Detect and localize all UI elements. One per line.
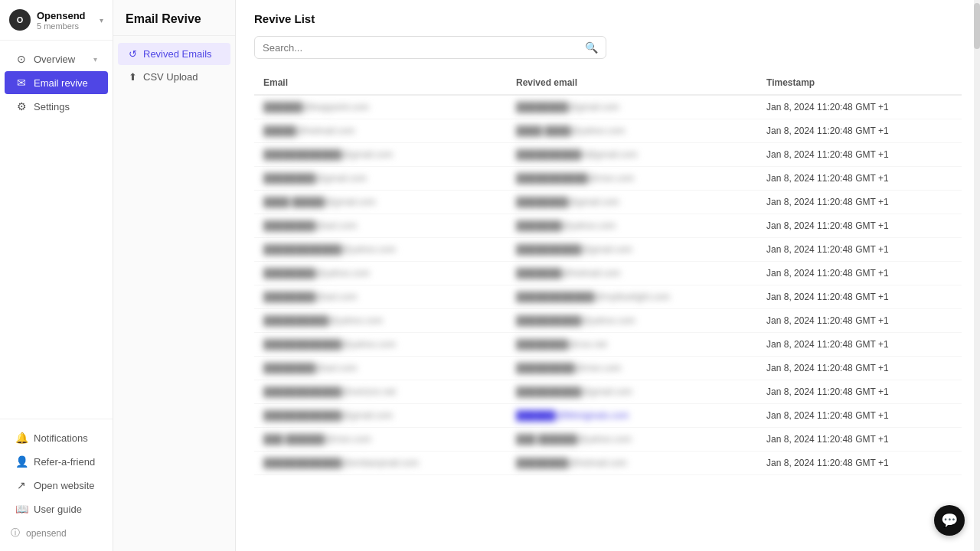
revived-email-cell: ████████████@mybluelight.com [507, 285, 757, 309]
email-cell: ████████████@verizon.net [254, 380, 507, 404]
user-guide-icon: 📖 [15, 503, 28, 515]
email-cell: ██████@leappoint.com [254, 95, 507, 119]
email-cell: ████ █████@gmail.com [254, 191, 507, 214]
table-row: ████████@aol.com█████████@msn.comJan 8, … [254, 357, 962, 380]
revived-email-value: ██████████@gmail.com [516, 386, 632, 397]
email-value: ████████████@yahoo.com [263, 244, 396, 255]
email-cell: ████████@gmail.com [254, 167, 507, 191]
revived-emails-icon: ↺ [129, 48, 137, 60]
revived-email-cell: ████████@hotmail.com [507, 452, 757, 475]
email-value: ████████████@verizon.net [263, 386, 396, 397]
sidebar-item-user-guide[interactable]: 📖 User guide [5, 497, 108, 520]
sub-sidebar-nav: ↺ Revived Emails ⬆ CSV Upload [113, 36, 235, 95]
revived-emails-label: Revived Emails [143, 48, 212, 60]
main-content: Revive List 🔍 Email Revived email Timest… [236, 0, 980, 551]
email-cell: ████████@aol.com [254, 214, 507, 238]
timestamp-cell: Jan 8, 2024 11:20:48 GMT +1 [757, 238, 962, 262]
email-value: ████████████@gmail.com [263, 149, 393, 160]
sub-sidebar-item-revived-emails[interactable]: ↺ Revived Emails [118, 43, 230, 65]
revived-email-value: ███████@hotmail.com [516, 268, 620, 279]
revived-email-cell: ████████@cox.net [507, 333, 757, 357]
timestamp-cell: Jan 8, 2024 11:20:48 GMT +1 [757, 452, 962, 475]
email-cell: ████████@aol.com [254, 357, 507, 380]
sidebar-item-email-revive[interactable]: ✉ Email revive [5, 71, 108, 94]
timestamp-cell: Jan 8, 2024 11:20:48 GMT +1 [757, 214, 962, 238]
org-members: 5 members [37, 21, 93, 31]
revived-email-value: ███ ██████@yahoo.com [516, 434, 632, 445]
table-row: ████████@aol.com████████████@mybluelight… [254, 285, 962, 309]
email-value: ██████████@yahoo.com [263, 315, 383, 326]
chat-button[interactable]: 💬 [934, 505, 965, 536]
revived-email-value: █████████@msn.com [516, 363, 621, 373]
revived-email-cell: ████████@gmail.com [507, 95, 757, 119]
revived-email-cell: ███████@yahoo.com [507, 214, 757, 238]
sidebar-item-refer[interactable]: 👤 Refer-a-friend [5, 450, 108, 473]
timestamp-cell: Jan 8, 2024 11:20:48 GMT +1 [757, 191, 962, 214]
col-timestamp: Timestamp [757, 71, 962, 95]
org-logo: O [9, 9, 31, 31]
table-row: ████████████@gmail.com██████████4@gmail.… [254, 143, 962, 167]
overview-icon: ⊙ [15, 53, 28, 65]
email-value: ████████@gmail.com [263, 173, 367, 184]
timestamp-cell: Jan 8, 2024 11:20:48 GMT +1 [757, 380, 962, 404]
timestamp-cell: Jan 8, 2024 11:20:48 GMT +1 [757, 404, 962, 428]
table-row: ████ █████@gmail.com████████@gmail.comJa… [254, 191, 962, 214]
email-value: ██████@leappoint.com [263, 102, 369, 112]
sidebar-bottom: 🔔 Notifications 👤 Refer-a-friend ↗ Open … [0, 419, 113, 551]
info-icon: ⓘ [11, 527, 20, 540]
main-content-area: Revive List 🔍 Email Revived email Timest… [236, 0, 980, 551]
open-website-icon: ↗ [15, 479, 28, 491]
timestamp-cell: Jan 8, 2024 11:20:48 GMT +1 [757, 262, 962, 285]
col-revived-email: Revived email [507, 71, 757, 95]
revived-email-value: ██████████@gmail.com [516, 244, 632, 255]
timestamp-cell: Jan 8, 2024 11:20:48 GMT +1 [757, 119, 962, 143]
revive-list-title: Revive List [254, 12, 962, 25]
settings-icon: ⚙ [15, 100, 28, 112]
revived-email-cell: ████████@gmail.com [507, 191, 757, 214]
timestamp-cell: Jan 8, 2024 11:20:48 GMT +1 [757, 95, 962, 119]
sub-sidebar-title: Email Revive [113, 0, 235, 36]
org-header[interactable]: O Opensend 5 members ▾ [0, 0, 113, 41]
search-bar: 🔍 [254, 36, 606, 59]
table-row: ████████████@embarqmail.com████████@hotm… [254, 452, 962, 475]
scrollbar-thumb[interactable] [974, 3, 980, 49]
table-row: █████@hotmail.com████ ████@yahoo.comJan … [254, 119, 962, 143]
search-input[interactable] [263, 42, 585, 54]
revived-email-value: ███████@yahoo.com [516, 220, 616, 231]
org-info: Opensend 5 members [37, 10, 93, 31]
notifications-label: Notifications [34, 432, 88, 444]
email-value: █████@hotmail.com [263, 126, 354, 136]
timestamp-cell: Jan 8, 2024 11:20:48 GMT +1 [757, 333, 962, 357]
timestamp-cell: Jan 8, 2024 11:20:48 GMT +1 [757, 167, 962, 191]
email-cell: ████████@aol.com [254, 285, 507, 309]
refer-icon: 👤 [15, 455, 28, 468]
open-website-label: Open website [34, 480, 95, 491]
email-cell: ████████████@gmail.com [254, 143, 507, 167]
sub-sidebar-item-csv-upload[interactable]: ⬆ CSV Upload [118, 66, 230, 88]
table-row: ████████████@verizon.net██████████@gmail… [254, 380, 962, 404]
email-value: ████████████@yahoo.com [263, 339, 396, 350]
revived-email-value: ████████@gmail.com [516, 102, 619, 112]
email-cell: █████@hotmail.com [254, 119, 507, 143]
opensend-footer: ⓘ opensend [0, 521, 113, 545]
refer-label: Refer-a-friend [34, 456, 95, 468]
revived-email-cell: ████ ████@yahoo.com [507, 119, 757, 143]
table-row: ██████@leappoint.com████████@gmail.comJa… [254, 95, 962, 119]
search-button[interactable]: 🔍 [585, 41, 598, 54]
sub-sidebar: Email Revive ↺ Revived Emails ⬆ CSV Uplo… [113, 0, 236, 551]
email-value: ████ █████@gmail.com [263, 197, 376, 207]
revived-email-value: ███████████@msn.com [516, 173, 634, 184]
revived-email-cell: ██████@fbforiginals.com [507, 404, 757, 428]
sidebar-item-overview[interactable]: ⊙ Overview ▾ [5, 47, 108, 70]
sidebar-item-open-website[interactable]: ↗ Open website [5, 474, 108, 497]
revive-table: Email Revived email Timestamp ██████@lea… [254, 71, 962, 475]
overview-chevron-icon: ▾ [93, 55, 97, 64]
org-name: Opensend [37, 10, 93, 21]
email-value: ████████@yahoo.com [263, 268, 370, 279]
revived-email-cell: ██████████4@gmail.com [507, 143, 757, 167]
email-cell: ████████████@yahoo.com [254, 333, 507, 357]
sidebar-item-notifications[interactable]: 🔔 Notifications [5, 426, 108, 449]
email-cell: ████████@yahoo.com [254, 262, 507, 285]
sidebar-item-settings[interactable]: ⚙ Settings [5, 95, 108, 118]
revived-email-value: ██████████4@gmail.com [516, 149, 638, 160]
